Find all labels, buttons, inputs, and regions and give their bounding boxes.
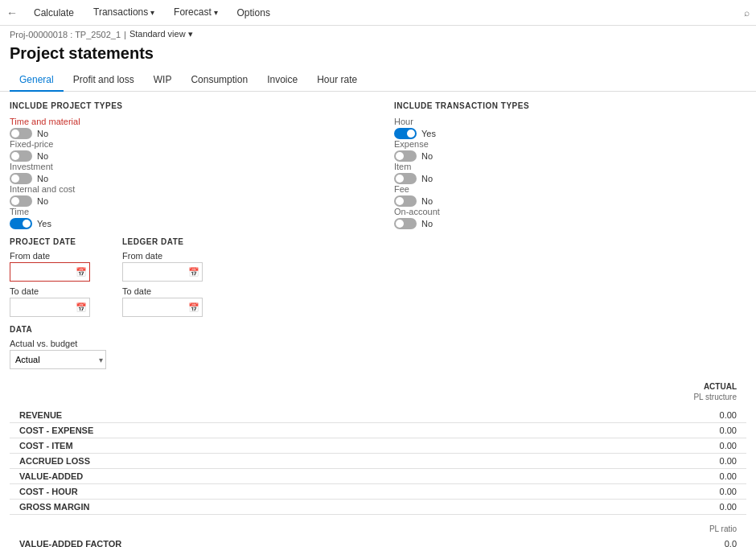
transaction-type-hour-toggle-container: Yes — [394, 128, 746, 139]
project-type-internal-cost-toggle-container: No — [10, 195, 362, 207]
project-date-to-wrap: 📅 — [10, 298, 90, 317]
project-date-header: PROJECT DATE — [10, 237, 90, 246]
transaction-type-on-account-toggle[interactable] — [394, 218, 417, 229]
project-type-investment-value: No — [37, 174, 48, 183]
project-type-investment-toggle-container: No — [10, 173, 362, 184]
nav-forecast[interactable]: Forecast — [171, 0, 220, 26]
project-type-time-value: Yes — [37, 219, 51, 228]
table-row: COST - EXPENSE 0.00 — [10, 423, 746, 438]
ledger-date-header: LEDGER DATE — [122, 237, 203, 246]
include-transaction-types: INCLUDE TRANSACTION TYPES Hour Yes Expen… — [394, 101, 746, 229]
page-title: Project statements — [0, 43, 756, 69]
revenue-label: REVENUE — [19, 410, 62, 420]
tab-wip[interactable]: WIP — [144, 69, 182, 92]
transaction-type-on-account-value: No — [421, 219, 433, 228]
project-type-investment-toggle[interactable] — [10, 173, 32, 184]
ledger-date-to-input[interactable] — [122, 298, 203, 317]
back-button[interactable]: ← — [6, 6, 18, 19]
transaction-type-hour-label: Hour — [394, 117, 746, 126]
data-header: DATA — [10, 325, 746, 334]
transaction-type-fee-label: Fee — [394, 184, 746, 194]
project-type-investment-label: Investment — [10, 162, 362, 171]
cost-item-value: 0.00 — [656, 441, 737, 450]
data-section: DATA Actual vs. budget Actual Budget ▾ — [10, 325, 746, 369]
project-type-internal-cost-toggle[interactable] — [10, 195, 32, 207]
date-sections: PROJECT DATE From date 📅 To date 📅 LEDGE… — [10, 237, 746, 317]
transaction-type-expense-toggle-container: No — [394, 150, 746, 162]
view-select[interactable]: Standard view — [129, 29, 193, 39]
cost-hour-label: COST - HOUR — [19, 487, 78, 496]
project-type-time-material-toggle[interactable] — [10, 128, 32, 139]
ledger-date-section: LEDGER DATE From date 📅 To date 📅 — [122, 237, 203, 317]
table-col-header-row: ACTUAL — [10, 382, 746, 391]
transaction-type-item-toggle[interactable] — [394, 173, 417, 184]
cost-expense-value: 0.00 — [656, 426, 737, 435]
transaction-type-item-label: Item — [394, 162, 746, 171]
transaction-type-on-account-toggle-container: No — [394, 218, 746, 229]
content-area: INCLUDE PROJECT TYPES Time and material … — [0, 92, 756, 547]
project-type-time-toggle[interactable] — [10, 218, 32, 229]
transaction-type-hour-value: Yes — [421, 129, 436, 138]
accrued-loss-label: ACCRUED LOSS — [19, 456, 90, 466]
project-date-to-input[interactable] — [10, 298, 90, 317]
value-added-value: 0.00 — [656, 471, 737, 481]
gross-margin-value: 0.00 — [656, 502, 737, 512]
actual-vs-budget-select-wrap: Actual Budget ▾ — [10, 350, 106, 369]
ledger-date-from-wrap: 📅 — [122, 262, 203, 282]
project-types-header: INCLUDE PROJECT TYPES — [10, 101, 362, 110]
tab-profit-and-loss[interactable]: Profit and loss — [64, 69, 144, 92]
ledger-date-to-label: To date — [122, 286, 203, 296]
transaction-type-item-value: No — [421, 174, 433, 183]
transaction-type-item-toggle-container: No — [394, 173, 746, 184]
actual-col-header: ACTUAL — [656, 382, 737, 391]
include-project-types: INCLUDE PROJECT TYPES Time and material … — [10, 101, 362, 229]
ledger-date-from-input[interactable] — [122, 262, 203, 282]
gross-margin-label: GROSS MARGIN — [19, 502, 89, 512]
tab-hour-rate[interactable]: Hour rate — [307, 69, 367, 92]
transaction-type-on-account-label: On-account — [394, 207, 746, 216]
breadcrumb-project: Proj-00000018 : TP_2502_1 — [10, 30, 121, 39]
value-added-label: VALUE-ADDED — [19, 471, 83, 481]
search-icon[interactable]: ⌕ — [744, 7, 750, 19]
project-type-internal-cost-value: No — [37, 196, 48, 206]
transaction-type-fee-toggle[interactable] — [394, 195, 417, 207]
project-type-fixed-price-label: Fixed-price — [10, 139, 362, 149]
cost-hour-value: 0.00 — [656, 487, 737, 496]
transaction-types-header: INCLUDE TRANSACTION TYPES — [394, 101, 746, 110]
table-row: COST - ITEM 0.00 — [10, 438, 746, 454]
table-row: COST - HOUR 0.00 — [10, 484, 746, 500]
breadcrumb: Proj-00000018 : TP_2502_1 | Standard vie… — [0, 26, 756, 43]
project-type-internal-cost-label: Internal and cost — [10, 184, 362, 194]
project-type-time-label: Time — [10, 207, 362, 216]
results-table: ACTUAL PL structure REVENUE 0.00 COST - … — [10, 382, 746, 547]
include-sections: INCLUDE PROJECT TYPES Time and material … — [10, 101, 746, 229]
tab-general[interactable]: General — [10, 69, 64, 92]
ledger-date-to-wrap: 📅 — [122, 298, 203, 317]
actual-vs-budget-select[interactable]: Actual Budget — [10, 350, 106, 369]
project-type-time-toggle-container: Yes — [10, 218, 362, 229]
cost-expense-label: COST - EXPENSE — [19, 426, 93, 435]
tab-invoice[interactable]: Invoice — [257, 69, 307, 92]
transaction-type-fee-value: No — [421, 196, 433, 206]
tab-consumption[interactable]: Consumption — [181, 69, 257, 92]
pl-structure-subheader: PL structure — [10, 393, 746, 401]
nav-calculate[interactable]: Calculate — [31, 0, 77, 26]
top-navigation: ← Calculate Transactions Forecast Option… — [0, 0, 756, 26]
project-type-fixed-price-toggle[interactable] — [10, 150, 32, 162]
cost-item-label: COST - ITEM — [19, 441, 73, 450]
actual-vs-budget-label: Actual vs. budget — [10, 339, 746, 348]
project-date-from-input[interactable] — [10, 262, 90, 282]
tabs-container: General Profit and loss WIP Consumption … — [0, 69, 756, 92]
ledger-date-from-label: From date — [122, 251, 203, 261]
project-date-from-wrap: 📅 — [10, 262, 90, 282]
nav-options[interactable]: Options — [234, 0, 273, 26]
transaction-type-expense-toggle[interactable] — [394, 150, 417, 162]
project-type-fixed-price-toggle-container: No — [10, 150, 362, 162]
value-added-factor-value: 0.0 — [656, 539, 737, 547]
breadcrumb-separator: | — [124, 30, 126, 39]
nav-transactions[interactable]: Transactions — [90, 0, 158, 26]
project-type-time-material-label: Time and material — [10, 117, 362, 126]
revenue-value: 0.00 — [656, 410, 737, 420]
transaction-type-hour-toggle[interactable] — [394, 128, 417, 139]
transaction-type-fee-toggle-container: No — [394, 195, 746, 207]
